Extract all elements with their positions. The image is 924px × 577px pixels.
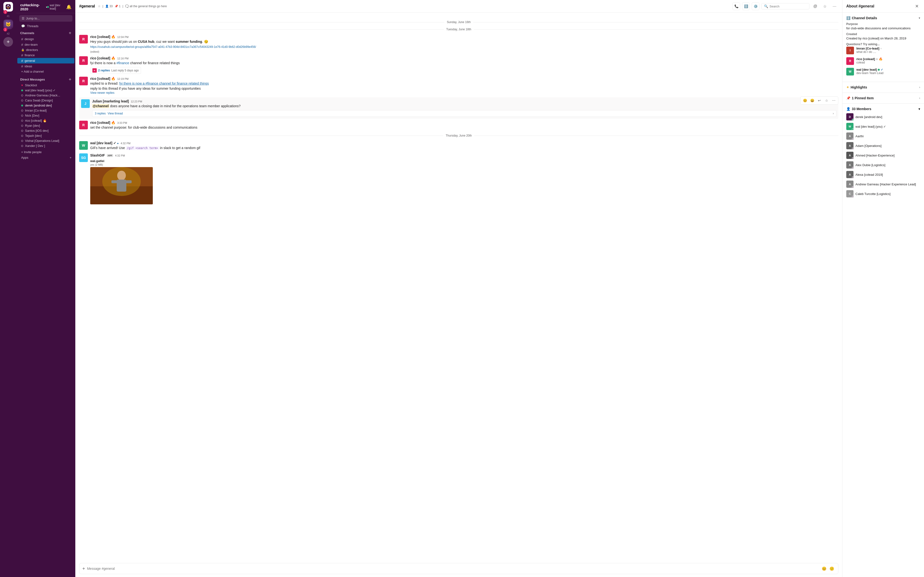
info-icon: ℹ️ xyxy=(846,16,850,20)
qa-name-imran[interactable]: Imran [Co-lead] ○ xyxy=(856,47,920,50)
notification-bell-icon[interactable]: 🔔 xyxy=(66,4,71,10)
settings-button[interactable]: ⚙️ xyxy=(752,2,759,10)
more-button[interactable]: ⋯ xyxy=(830,2,838,10)
dm-slackbot[interactable]: ♥ Slackbot xyxy=(17,83,74,88)
msg-author-6[interactable]: wal [dev lead] ✓ ● xyxy=(90,141,119,145)
dm-ryan[interactable]: Ryan [dev] xyxy=(17,123,74,128)
member-caleb[interactable]: C Caleb Turcotte [Logistics] xyxy=(846,190,920,197)
dm-wal[interactable]: wal [dev lead] (you) ✓ xyxy=(17,88,74,93)
sidebar-item-design[interactable]: # design xyxy=(17,36,74,42)
expand-icon[interactable]: ▾ xyxy=(919,16,920,20)
member-name-alex: Alex Dubie [Logistics] xyxy=(855,163,885,167)
reply-button[interactable]: ↩ xyxy=(816,97,823,104)
msg-time-7: 4:32 PM xyxy=(115,154,125,157)
msg-link-1[interactable]: https://cusahub.ca/campusvibe/od-groups/… xyxy=(90,45,838,48)
invite-people-button[interactable]: + Invite people xyxy=(17,149,74,155)
star-button[interactable]: ☆ xyxy=(821,2,829,10)
online-indicator xyxy=(878,69,880,71)
dm-vishal[interactable]: Vishal [Operations Lead] xyxy=(17,138,74,143)
thread-expand-button-4[interactable]: 3 replies View thread › xyxy=(92,110,837,117)
msg-author-4[interactable]: Julian [marketing lead] xyxy=(92,99,129,103)
msg-time-1: 12:04 PM xyxy=(117,35,129,39)
highlights-expand-icon[interactable]: › xyxy=(919,85,920,89)
dm-derek[interactable]: derek [android dev] xyxy=(17,103,74,108)
member-derek[interactable]: D derek [android dev] xyxy=(846,113,920,121)
jump-to-button[interactable]: ☰ Jump to... xyxy=(19,15,73,22)
member-andrew[interactable]: A Andrew Garneau [Hacker Experience Lead… xyxy=(846,181,920,188)
more-actions-button[interactable]: ⋯ xyxy=(830,97,837,104)
info-button[interactable]: ℹ️ xyxy=(742,2,750,10)
emoji-picker-button[interactable]: 😊 xyxy=(821,565,827,572)
pinned-header[interactable]: 📌 1 Pinned Item › xyxy=(846,96,920,100)
reply-time-2: Last reply 5 days ago xyxy=(111,69,139,72)
member-name-aarthi: Aarthi xyxy=(855,134,864,138)
pinned-expand-icon[interactable]: › xyxy=(919,97,920,100)
apps-section-header[interactable]: Apps + xyxy=(17,155,74,160)
highlights-header[interactable]: ✦ Highlights › xyxy=(846,85,920,89)
svg-rect-6 xyxy=(111,180,118,183)
view-newer-replies[interactable]: View newer replies xyxy=(90,91,838,95)
member-alexa[interactable]: A Alexa [colead 2019] xyxy=(846,171,920,178)
add-workspace-button[interactable]: + xyxy=(3,37,13,47)
channel-details-header[interactable]: ℹ️ Channel Details ▾ xyxy=(846,16,920,20)
star-message-button[interactable]: ☆ xyxy=(823,97,830,104)
qa-rico: R rico [colead] ○ 🔥 colead xyxy=(846,57,920,65)
sidebar-item-threads[interactable]: 💬 Threads xyxy=(17,24,74,29)
member-aarthi[interactable]: A Aarthi xyxy=(846,132,920,140)
replied-thread-link[interactable]: fyi there is now a #finance channel for … xyxy=(120,82,209,85)
dm-tejash[interactable]: Tejash [dev] xyxy=(17,133,74,138)
dm-imran[interactable]: Imran [Co-lead] xyxy=(17,108,74,113)
msg-author-7[interactable]: SlashGIF APP xyxy=(90,153,113,157)
dm-xander[interactable]: Xander [ Dev ] xyxy=(17,143,74,148)
thread-reply-2[interactable]: R 2 replies Last reply 5 days ago xyxy=(90,67,141,74)
dm-section-header[interactable]: Direct Messages + xyxy=(16,76,75,83)
at-button[interactable]: @ xyxy=(811,2,819,10)
sidebar-item-general[interactable]: # general xyxy=(17,58,74,63)
emoji-button-2[interactable]: 😄 xyxy=(809,97,816,104)
members-collapse-icon[interactable]: ▾ xyxy=(919,107,920,111)
star-channel-icon[interactable]: ☆ xyxy=(98,5,100,8)
sidebar-item-ideas[interactable]: # ideas xyxy=(17,63,74,69)
msg-author-2[interactable]: rico [colead] 🔥 xyxy=(90,56,115,60)
dm-andrew[interactable]: Andrew Garneau [Hack... xyxy=(17,93,74,98)
member-ahmed[interactable]: A Ahmed [Hacker-Experience] xyxy=(846,152,920,159)
channels-section-header[interactable]: Channels + xyxy=(16,29,75,36)
members-header[interactable]: 👤 33 Members ▾ xyxy=(846,107,920,111)
right-panel: About #general ✕ ℹ️ Channel Details ▾ Pu… xyxy=(842,0,924,577)
dm-rico[interactable]: rico [colead] 🔥 xyxy=(17,118,74,123)
pin-meta[interactable]: 📌 1 xyxy=(115,5,121,8)
emoji-2-button[interactable]: 🙂 xyxy=(829,565,835,572)
add-dm-icon[interactable]: + xyxy=(68,77,73,82)
dm-name-andrew: Andrew Garneau [Hack... xyxy=(25,93,60,97)
msg-content-6: wal [dev lead] ✓ ● 4:32 PM GIFs have arr… xyxy=(90,141,838,150)
panel-close-button[interactable]: ✕ xyxy=(913,3,920,10)
emoji-react-button[interactable]: 😊 xyxy=(801,97,808,104)
apps-add-icon[interactable]: + xyxy=(69,156,71,160)
add-channel-button[interactable]: + Add a channel xyxy=(17,69,74,74)
dm-nick[interactable]: Nick [Dev] xyxy=(17,113,74,118)
message-input[interactable] xyxy=(87,567,819,571)
dm-cara[interactable]: Cara Swab [Design] xyxy=(17,98,74,103)
msg-author-1[interactable]: rico [colead] 🔥 xyxy=(90,35,115,39)
finance-channel-link[interactable]: #finance xyxy=(116,61,129,65)
qa-name-rico[interactable]: rico [colead] ○ 🔥 xyxy=(856,57,920,61)
gif-size[interactable]: yes (2 MB) xyxy=(90,163,838,166)
sidebar-item-directors[interactable]: 🔒 directors xyxy=(17,47,74,52)
member-wal[interactable]: W wal [dev lead] (you) ✓ xyxy=(846,123,920,130)
call-button[interactable]: 📞 xyxy=(732,2,740,10)
add-channel-icon[interactable]: + xyxy=(68,31,73,35)
workspace-name[interactable]: cuHacking-2020 xyxy=(20,3,45,11)
attach-button[interactable]: + xyxy=(82,566,85,572)
msg-author-5[interactable]: rico [colead] 🔥 xyxy=(90,121,115,124)
dm-santos[interactable]: Santos [iOS dev] xyxy=(17,128,74,133)
msg-author-3[interactable]: rico [colead] 🔥 xyxy=(90,77,115,81)
sidebar-item-finance[interactable]: # finance xyxy=(17,52,74,58)
purpose-value: for club-wide discussions and communicat… xyxy=(846,26,920,30)
message-group-7: SG SlashGIF APP 4:32 PM wal.gatlei yes (… xyxy=(79,153,838,205)
qa-name-wal[interactable]: wal [dev lead] ✓ xyxy=(856,68,920,71)
sidebar-item-dev-team[interactable]: # dev-team xyxy=(17,42,74,47)
search-input[interactable] xyxy=(769,5,807,8)
members-meta[interactable]: 👤 33 xyxy=(105,5,113,8)
member-alex[interactable]: A Alex Dubie [Logistics] xyxy=(846,161,920,169)
member-adam[interactable]: A Adam [Operations] xyxy=(846,142,920,149)
